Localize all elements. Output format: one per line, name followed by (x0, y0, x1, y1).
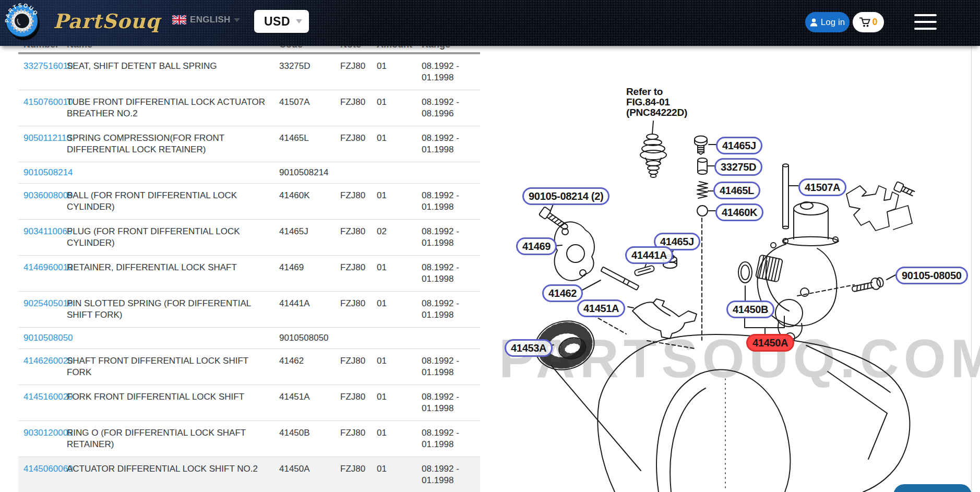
bracket-icon (846, 186, 912, 231)
tube-icon (783, 164, 788, 229)
note-cell: FZJ80 (340, 126, 377, 162)
parts-table: Number Name Code Note Amount Range 33275… (18, 37, 480, 492)
range-cell: 08.1992 - 01.1998 (422, 256, 480, 291)
amount-cell (377, 328, 422, 349)
part-code-cell: 41465L (279, 126, 340, 162)
retainer-bracket-icon (555, 222, 594, 280)
range-cell: 08.1992 - 01.1998 (422, 126, 480, 162)
note-cell: FZJ80 (340, 385, 377, 421)
part-name-cell: RING O (FOR DIFFERENTIAL LOCK SHAFT RETA… (67, 421, 279, 457)
diagram-part-label[interactable]: 41441A (625, 246, 673, 264)
part-number-link[interactable]: 9036008009 (18, 184, 67, 219)
diagram-part-label[interactable]: 41450B (726, 301, 774, 318)
note-cell: FZJ80 (340, 256, 377, 291)
amount-cell (377, 162, 422, 183)
diagram-part-label[interactable]: 90105-08214 (2) (522, 187, 609, 205)
part-number-link[interactable]: 9010508214 (18, 162, 67, 183)
diagram-part-label[interactable]: 41460K (715, 203, 763, 221)
part-number-link[interactable]: 4146960010 (18, 256, 67, 291)
part-number-link[interactable]: 4146260020 (18, 349, 67, 385)
brand-title[interactable]: PartSouq (53, 9, 160, 33)
table-row: 9036008009BALL (FOR FRONT DIFFERENTIAL L… (18, 184, 480, 220)
content-right-border (971, 46, 972, 492)
part-code-cell: 41507A (279, 90, 340, 126)
floating-action-button[interactable] (893, 484, 972, 492)
o-ring-icon (738, 262, 752, 283)
diagram-part-label[interactable]: 41462 (542, 284, 583, 302)
range-cell: 08.1992 - 01.1998 (422, 421, 480, 457)
diagram-part-label[interactable]: 41450A (746, 334, 794, 352)
part-code-cell: 41460K (279, 184, 340, 219)
pin-icon (634, 265, 655, 276)
amount-cell: 01 (377, 292, 422, 327)
part-name-cell: PIN SLOTTED SPRING (FOR DIFFERENTIAL SHI… (67, 292, 279, 327)
table-row: 9025405016PIN SLOTTED SPRING (FOR DIFFER… (18, 292, 480, 328)
part-name-cell: ACTUATOR DIFFERENTIAL LOCK SHIFT NO.2 (67, 457, 279, 492)
amount-cell: 01 (377, 90, 422, 126)
note-cell (340, 328, 377, 349)
login-button[interactable]: Log in (805, 12, 850, 32)
part-number-link[interactable]: 4145160020 (18, 385, 67, 421)
part-code-cell: 41469 (279, 256, 340, 291)
table-row: 4145160020FORK FRONT DIFFERENTIAL LOCK S… (18, 385, 480, 421)
range-cell: 08.1992 - 08.1996 (422, 90, 480, 126)
screw-icon (695, 136, 707, 155)
table-row: 9034110065PLUG (FOR FRONT DIFFERENTIAL L… (18, 220, 480, 256)
language-selector[interactable]: ENGLISH (172, 15, 240, 25)
spring-icon (697, 182, 708, 198)
bolt-icon (893, 182, 915, 198)
range-cell (422, 162, 480, 183)
part-code-cell: 41450A (279, 457, 340, 492)
table-row: 4145060060ACTUATOR DIFFERENTIAL LOCK SHI… (18, 457, 480, 492)
part-code-cell: 41462 (279, 349, 340, 385)
diagram-part-label[interactable]: 90105-08050 (895, 267, 968, 284)
diagram-part-label[interactable]: 33275D (714, 158, 762, 176)
amount-cell: 01 (377, 126, 422, 162)
ball-icon (697, 206, 708, 216)
diagram-part-label[interactable]: 41465J (716, 137, 762, 154)
part-name-cell: FORK FRONT DIFFERENTIAL LOCK SHIFT (67, 385, 279, 421)
currency-value: USD (264, 15, 290, 29)
part-number-link[interactable]: 9010508050 (18, 328, 67, 349)
note-cell: FZJ80 (340, 349, 377, 385)
cart-button[interactable]: 0 (853, 12, 884, 32)
part-code-cell: 41450B (279, 421, 340, 457)
diagram-part-label[interactable]: 41507A (798, 178, 846, 196)
part-number-link[interactable]: 9034110065 (18, 220, 67, 255)
part-code-cell: 41465J (279, 220, 340, 255)
amount-cell: 01 (377, 54, 422, 90)
menu-button[interactable] (914, 14, 937, 31)
part-name-cell: SEAT, SHIFT DETENT BALL SPRING (67, 54, 279, 90)
table-row: 4150760010TUBE FRONT DIFFERENTIAL LOCK A… (18, 90, 480, 126)
note-cell: FZJ80 (340, 421, 377, 457)
table-row: 9030120005RING O (FOR DIFFERENTIAL LOCK … (18, 421, 480, 457)
cart-icon (859, 17, 871, 28)
diagram-part-label[interactable]: 41465L (713, 182, 760, 199)
diagram-part-label[interactable]: 41453A (505, 339, 553, 357)
shaft-icon (601, 267, 639, 290)
language-label: ENGLISH (190, 15, 231, 25)
part-number-link[interactable]: 4145060060 (18, 457, 67, 492)
part-number-link[interactable]: 9030120005 (18, 421, 67, 457)
diagram-part-label[interactable]: 41469 (516, 237, 557, 255)
part-number-link[interactable]: 3327516010 (18, 54, 67, 90)
part-number-link[interactable]: 9050112110 (18, 126, 67, 162)
amount-cell: 01 (377, 349, 422, 385)
partsouq-logo-icon[interactable]: PARTSOUQ (4, 2, 41, 43)
amount-cell: 01 (377, 421, 422, 457)
part-name-cell (67, 328, 279, 349)
table-row: 90105082149010508214 (18, 162, 480, 184)
fork-icon (632, 299, 697, 339)
currency-select[interactable]: USD (254, 10, 309, 33)
part-number-link[interactable]: 9025405016 (18, 292, 67, 327)
part-name-cell (67, 162, 279, 183)
part-number-link[interactable]: 4150760010 (18, 90, 67, 126)
table-row: 3327516010SEAT, SHIFT DETENT BALL SPRING… (18, 54, 480, 90)
amount-cell: 02 (377, 220, 422, 255)
table-row: 90105080509010508050 (18, 328, 480, 349)
navbar: PARTSOUQ PartSouq ENGLISH USD Log in (0, 0, 980, 46)
range-cell: 08.1992 - 01.1998 (422, 54, 480, 90)
part-name-cell: SPRING COMPRESSION(FOR FRONT DIFFERENTIA… (67, 126, 279, 162)
diagram-part-label[interactable]: 41451A (577, 299, 625, 317)
part-name-cell: TUBE FRONT DIFFERENTIAL LOCK ACTUATOR BR… (67, 90, 279, 126)
